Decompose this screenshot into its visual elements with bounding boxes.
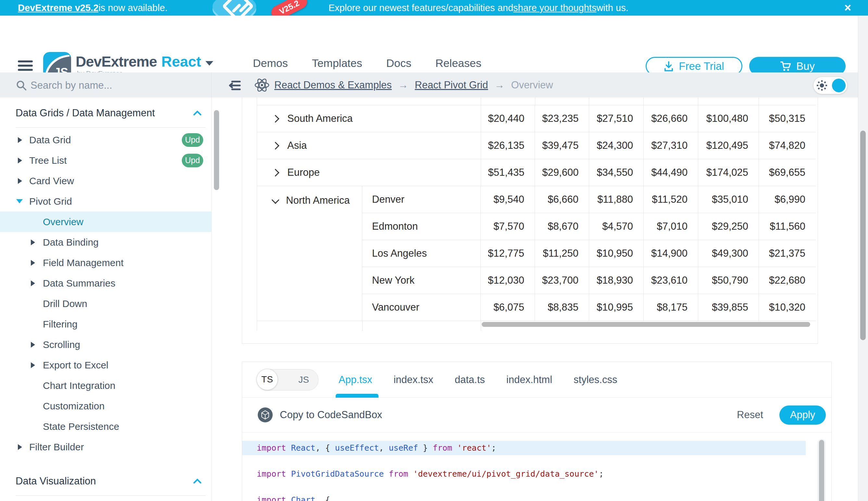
horizontal-scrollbar[interactable] — [482, 322, 810, 327]
pivot-value-cell — [481, 97, 535, 105]
code-token: React — [291, 443, 315, 452]
sidebar-item-tree-list[interactable]: Tree ListUpd — [0, 150, 211, 171]
sidebar-item-data-summaries[interactable]: Data Summaries — [0, 273, 211, 294]
framework-selector-label[interactable]: React — [161, 53, 201, 70]
pivot-rowheader-cell — [257, 97, 481, 105]
sidebar-section-data-visualization[interactable]: Data Visualization — [0, 473, 211, 490]
sidebar-item-export-to-excel[interactable]: Export to Excel — [0, 355, 211, 375]
apply-button[interactable]: Apply — [779, 405, 826, 425]
caret-right-icon[interactable] — [31, 260, 35, 266]
sidebar-item-filter-builder[interactable]: Filter Builder — [0, 437, 211, 457]
code-scrollbar-thumb[interactable] — [819, 440, 824, 501]
expand-chevron-icon[interactable] — [271, 169, 279, 177]
expand-chevron-icon[interactable] — [271, 115, 279, 122]
caret-right-icon[interactable] — [31, 342, 35, 348]
pivot-region-cell[interactable]: Europe — [257, 159, 481, 186]
search-icon — [15, 79, 27, 91]
caret-right-icon[interactable] — [18, 137, 22, 143]
pivot-value-cell: $8,175 — [644, 294, 698, 321]
tab-index-tsx[interactable]: index.tsx — [393, 374, 433, 386]
download-icon — [664, 61, 673, 72]
search-input[interactable] — [30, 73, 207, 98]
banner-artwork: V25.2 — [201, 0, 312, 15]
sidebar-item-chart-integration[interactable]: Chart Integration — [0, 375, 211, 396]
codesandbox-label[interactable]: Copy to CodeSandBox — [280, 409, 382, 421]
pivot-value-cell: $100,480 — [698, 105, 759, 132]
pivot-value-cell: $27,310 — [644, 132, 698, 159]
sidebar-item-label: Pivot Grid — [29, 196, 72, 207]
pivot-city-cell[interactable]: Vancouver — [362, 294, 481, 321]
sidebar-item-customization[interactable]: Customization — [0, 396, 211, 416]
banner-version-link[interactable]: DevExtreme v25.2 — [18, 3, 98, 13]
updated-badge: Upd — [182, 133, 203, 147]
sidebar-item-data-grid[interactable]: Data GridUpd — [0, 130, 211, 150]
nav-item-releases[interactable]: Releases — [435, 57, 481, 70]
caret-right-icon[interactable] — [18, 158, 22, 163]
pivot-value-cell: $120,495 — [698, 132, 759, 159]
pivot-city-cell[interactable]: New York — [362, 267, 481, 294]
sidebar-item-card-view[interactable]: Card View — [0, 171, 211, 191]
pivot-value-cell — [698, 97, 759, 105]
sidebar-item-overview[interactable]: Overview — [0, 212, 211, 232]
sidebar-item-filtering[interactable]: Filtering — [0, 314, 211, 334]
share-thoughts-link[interactable]: share your thoughts — [513, 3, 596, 13]
caret-right-icon[interactable] — [31, 362, 35, 368]
caret-right-icon[interactable] — [31, 280, 35, 286]
breadcrumb-pivot-grid-link[interactable]: React Pivot Grid — [415, 79, 488, 91]
pivot-value-cell: $26,660 — [644, 105, 698, 132]
cart-icon — [780, 61, 791, 72]
caret-right-icon[interactable] — [31, 239, 35, 245]
lang-option-js[interactable]: JS — [298, 370, 309, 390]
sidebar-item-data-binding[interactable]: Data Binding — [0, 232, 211, 253]
sidebar-item-state-persistence[interactable]: State Persistence — [0, 416, 211, 437]
pivot-city-rows: Denver$9,540$6,660$11,880$11,520$35,010$… — [362, 186, 816, 321]
nav-item-docs[interactable]: Docs — [386, 57, 411, 70]
caret-right-icon[interactable] — [18, 444, 22, 450]
pivot-city-cell[interactable]: Denver — [362, 186, 481, 213]
tab-data-ts[interactable]: data.ts — [455, 374, 485, 386]
pivot-region-cell[interactable]: North America — [257, 186, 362, 321]
expand-chevron-icon[interactable] — [271, 142, 279, 149]
chevron-up-icon[interactable] — [193, 478, 201, 484]
pivot-grid-demo-card: South America$20,440$23,235$27,510$26,66… — [242, 97, 818, 344]
codesandbox-icon[interactable] — [258, 407, 273, 422]
sidebar-section-data-grids-data-management[interactable]: Data Grids / Data Management — [0, 105, 211, 121]
pivot-row-partial — [257, 97, 816, 105]
collapse-sidebar-icon[interactable] — [228, 80, 241, 90]
sidebar-item-drill-down[interactable]: Drill Down — [0, 294, 211, 314]
pivot-value-cell: $39,475 — [535, 132, 589, 159]
sidebar-item-label: State Persistence — [43, 421, 119, 432]
lang-option-ts[interactable]: TS — [256, 369, 278, 390]
pivot-city-cell[interactable]: Edmonton — [362, 213, 481, 240]
tab-index-html[interactable]: index.html — [506, 374, 552, 386]
tab-App-tsx[interactable]: App.tsx — [339, 374, 372, 386]
nav-item-templates[interactable]: Templates — [312, 57, 362, 70]
sidebar-item-field-management[interactable]: Field Management — [0, 253, 211, 273]
close-icon[interactable]: × — [844, 0, 851, 15]
collapse-chevron-icon[interactable] — [271, 196, 279, 204]
reset-button[interactable]: Reset — [737, 409, 763, 421]
code-token — [408, 469, 413, 479]
code-editor[interactable]: import React, { useEffect, useRef } from… — [242, 433, 831, 501]
chevron-down-icon[interactable] — [206, 61, 213, 66]
breadcrumb-demos-link[interactable]: React Demos & Examples — [274, 79, 392, 91]
hamburger-icon[interactable] — [18, 61, 33, 71]
pivot-region-label: South America — [287, 113, 353, 125]
language-toggle[interactable]: TS JS — [257, 369, 318, 391]
tab-styles-css[interactable]: styles.css — [574, 374, 617, 386]
sidebar-scrollbar[interactable] — [214, 110, 219, 190]
sidebar-item-pivot-grid[interactable]: Pivot Grid — [0, 191, 211, 212]
pivot-city-cell[interactable]: Los Angeles — [362, 240, 481, 267]
pivot-region-cell[interactable]: Asia — [257, 132, 481, 159]
pivot-region-cell[interactable]: South America — [257, 105, 481, 132]
caret-right-icon[interactable] — [18, 178, 22, 184]
theme-toggle[interactable] — [813, 77, 847, 94]
chevron-up-icon[interactable] — [193, 110, 201, 116]
code-token: from — [388, 469, 408, 479]
nav-item-demos[interactable]: Demos — [253, 57, 288, 70]
page-scrollbar-thumb[interactable] — [860, 131, 866, 340]
pivot-value-cell: $12,775 — [481, 240, 535, 267]
caret-down-icon[interactable] — [16, 199, 23, 203]
sidebar-item-scrolling[interactable]: Scrolling — [0, 334, 211, 355]
banner-version-rest: is now available. — [98, 3, 167, 13]
